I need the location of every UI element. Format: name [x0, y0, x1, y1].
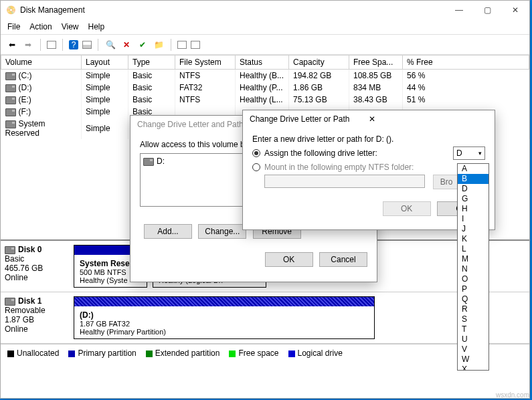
forward-icon[interactable]: ➡ — [22, 39, 34, 51]
menu-file[interactable]: File — [7, 22, 20, 31]
col-free[interactable]: Free Spa... — [349, 56, 403, 70]
dialog2-titlebar: Change Drive Letter or Path ✕ — [243, 110, 495, 128]
col-status[interactable]: Status — [236, 56, 289, 70]
dropdown-option[interactable]: T — [458, 324, 489, 334]
dialog2-close-icon[interactable]: ✕ — [365, 114, 488, 124]
dropdown-option[interactable]: H — [458, 204, 489, 214]
dropdown-option[interactable]: S — [458, 314, 489, 324]
legend-item: Primary partition — [68, 348, 136, 358]
col-type[interactable]: Type — [128, 56, 175, 70]
drive-icon — [143, 158, 154, 166]
table-row[interactable]: (C:)SimpleBasicNTFSHealthy (B...194.82 G… — [1, 70, 529, 82]
legend: UnallocatedPrimary partitionExtended par… — [1, 344, 529, 362]
maximize-button[interactable]: ▢ — [473, 1, 501, 19]
menu-action[interactable]: Action — [29, 22, 52, 31]
menu-help[interactable]: Help — [88, 22, 105, 31]
folder-icon[interactable]: 📁 — [153, 39, 165, 51]
help-icon[interactable]: ? — [69, 40, 78, 49]
grid-icon[interactable] — [47, 41, 56, 49]
dropdown-option[interactable]: L — [458, 244, 489, 254]
table-row[interactable]: (E:)SimpleBasicNTFSHealthy (L...75.13 GB… — [1, 94, 529, 106]
window-title: Disk Management — [20, 5, 445, 15]
table-row[interactable]: (D:)SimpleBasicFAT32Healthy (P...1.86 GB… — [1, 82, 529, 94]
list-item[interactable]: D: — [157, 157, 165, 166]
dropdown-option[interactable]: A — [458, 164, 489, 174]
col-layout[interactable]: Layout — [82, 56, 128, 70]
check-icon[interactable]: ✔ — [137, 39, 149, 51]
dropdown-option[interactable]: R — [458, 304, 489, 314]
dropdown-option[interactable]: J — [458, 224, 489, 234]
dropdown-option[interactable]: B — [458, 174, 489, 184]
dropdown-option[interactable]: G — [458, 194, 489, 204]
drive-letter-combo[interactable]: D ▾ — [453, 146, 485, 160]
change-button[interactable]: Change... — [198, 224, 246, 239]
dropdown-option[interactable]: X — [458, 365, 489, 371]
mount-folder-label: Mount in the following empty NTFS folder… — [264, 163, 414, 172]
partition-box[interactable]: (D:)1.87 GB FAT32Healthy (Primary Partit… — [74, 296, 375, 339]
dropdown-option[interactable]: O — [458, 274, 489, 284]
close-button[interactable]: ✕ — [501, 1, 529, 19]
folder-path-input — [264, 175, 425, 188]
watermark: wsxdn.com — [496, 391, 529, 399]
dropdown-option[interactable]: K — [458, 234, 489, 244]
detail-icon[interactable] — [191, 41, 200, 49]
assign-letter-radio[interactable]: Assign the following drive letter: D ▾ — [252, 146, 485, 160]
mount-folder-radio[interactable]: Mount in the following empty NTFS folder… — [252, 163, 485, 172]
combo-value: D — [456, 148, 462, 158]
radio-off-icon — [252, 163, 260, 171]
dropdown-option[interactable]: Q — [458, 294, 489, 304]
titlebar: 📀 Disk Management — ▢ ✕ — [1, 1, 529, 19]
minimize-button[interactable]: — — [445, 1, 473, 19]
add-button[interactable]: Add... — [144, 224, 192, 239]
dropdown-option[interactable]: D — [458, 184, 489, 194]
drive-letter-dropdown[interactable]: ABDGHIJKLMNOPQRSTUVWXYZ — [457, 163, 489, 371]
legend-item: Free space — [229, 348, 278, 358]
disk-row: Disk 1Removable1.87 GBOnline(D:)1.87 GB … — [1, 292, 529, 344]
col-volume[interactable]: Volume — [1, 56, 82, 70]
back-icon[interactable]: ⬅ — [6, 39, 18, 51]
ok-button[interactable]: OK — [265, 252, 313, 267]
props-icon[interactable] — [82, 41, 92, 49]
col-pct[interactable]: % Free — [403, 56, 529, 70]
dialog2-title: Change Drive Letter or Path — [250, 114, 365, 124]
radio-on-icon — [252, 149, 260, 157]
dialog2-message: Enter a new drive letter or path for D: … — [252, 134, 485, 144]
dropdown-option[interactable]: M — [458, 254, 489, 264]
ok-button-2: OK — [383, 201, 431, 216]
chevron-down-icon: ▾ — [478, 150, 482, 157]
toolbar: ⬅ ➡ ? 🔍 ✕ ✔ 📁 — [1, 35, 529, 55]
dropdown-option[interactable]: U — [458, 334, 489, 344]
col-cap[interactable]: Capacity — [289, 56, 349, 70]
dropdown-option[interactable]: I — [458, 214, 489, 224]
assign-letter-label: Assign the following drive letter: — [264, 148, 377, 158]
legend-item: Extended partition — [146, 348, 220, 358]
menubar: File Action View Help — [1, 19, 529, 35]
dropdown-option[interactable]: N — [458, 264, 489, 274]
browse-button: Bro — [433, 175, 460, 189]
dropdown-option[interactable]: P — [458, 284, 489, 294]
dropdown-option[interactable]: W — [458, 355, 489, 365]
col-fs[interactable]: File System — [175, 56, 236, 70]
app-icon: 📀 — [6, 5, 16, 15]
menu-view[interactable]: View — [62, 22, 79, 31]
refresh-icon[interactable]: 🔍 — [104, 39, 116, 51]
cancel-button[interactable]: Cancel — [319, 252, 367, 267]
delete-icon[interactable]: ✕ — [120, 39, 132, 51]
list-icon[interactable] — [177, 41, 187, 49]
legend-item: Unallocated — [7, 348, 59, 358]
legend-item: Logical drive — [288, 348, 343, 358]
dropdown-option[interactable]: V — [458, 344, 489, 355]
